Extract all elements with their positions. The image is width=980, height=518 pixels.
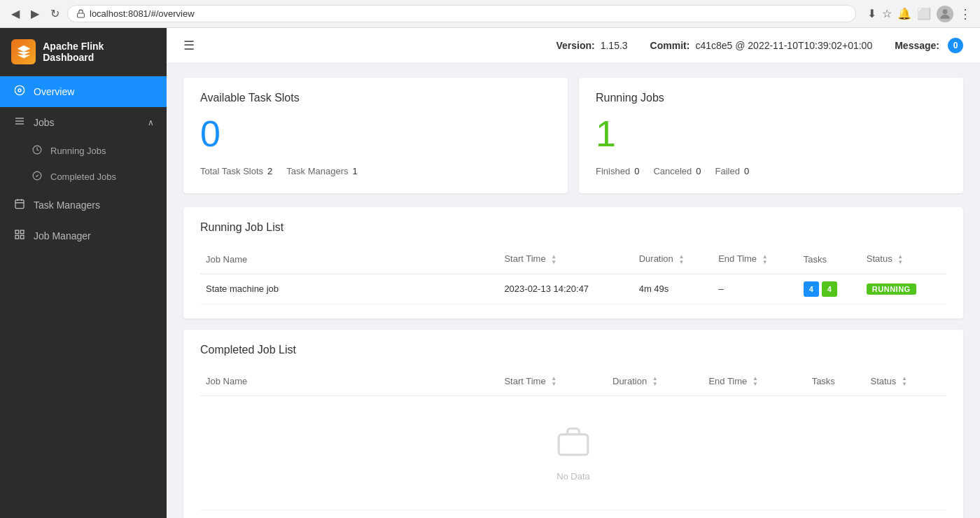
col2-job-name: Job Name [200,368,498,396]
col-end-time[interactable]: End Time ▲▼ [713,245,798,274]
download-icon[interactable]: ⬇ [867,7,876,20]
sidebar-item-overview[interactable]: Overview [0,76,167,107]
completed-job-list-title: Completed Job List [200,344,946,356]
available-task-slots-title: Available Task Slots [200,92,551,104]
url-text: localhost:8081/#/overview [90,8,195,19]
job-manager-icon [13,229,27,243]
browser-actions: ⬇ ☆ 🔔 ⬜ ⋮ [867,6,972,22]
sort-end-time-icons: ▲▼ [762,254,768,265]
sidebar-item-completed-jobs[interactable]: Completed Jobs [0,164,167,190]
sidebar-item-task-managers[interactable]: Task Managers [0,190,167,220]
content-area: Available Task Slots 0 Total Task Slots … [167,64,980,518]
failed-stat: Failed 0 [715,166,750,176]
total-task-slots-value: 2 [267,166,272,176]
running-job-table-header: Job Name Start Time ▲▼ Duration ▲▼ [200,245,946,274]
commit-value: c41c8e5 @ 2022-11-10T10:39:02+01:00 [695,40,872,51]
col-job-name: Job Name [200,245,498,274]
forward-button[interactable]: ▶ [28,7,42,21]
address-bar[interactable]: localhost:8081/#/overview [67,5,856,22]
running-jobs-stats: Finished 0 Canceled 0 Failed 0 [596,166,946,176]
hamburger-icon[interactable]: ☰ [183,38,195,53]
notifications-icon[interactable]: 🔔 [897,7,911,20]
col2-status[interactable]: Status ▲▼ [864,368,946,396]
back-button[interactable]: ◀ [8,7,22,21]
sidebar-brand: Apache Flink Dashboard [0,28,167,76]
col-start-time[interactable]: Start Time ▲▼ [498,245,633,274]
avatar[interactable] [937,6,953,22]
col2-duration[interactable]: Duration ▲▼ [607,368,703,396]
task-box-done: 4 [822,281,837,297]
top-bar: ☰ Version: 1.15.3 Commit: c41c8e5 @ 2022… [167,28,980,64]
svg-rect-13 [15,230,19,234]
cards-row: Available Task Slots 0 Total Task Slots … [183,78,963,193]
browser-bar: ◀ ▶ ↻ localhost:8081/#/overview ⬇ ☆ 🔔 ⬜ … [0,0,980,28]
no-data-text: No Data [556,471,590,482]
task-managers-stat: Task Managers 1 [286,166,357,176]
svg-rect-17 [559,435,588,455]
sort-status-icons: ▲▼ [897,254,903,265]
more-icon[interactable]: ⋮ [959,6,972,22]
no-data-container: No Data [200,396,946,510]
available-task-slots-stats: Total Task Slots 2 Task Managers 1 [200,166,551,176]
svg-point-3 [18,89,21,92]
duration-cell: 4m 49s [634,274,713,304]
col2-start-time[interactable]: Start Time ▲▼ [498,368,607,396]
running-jobs-label: Running Jobs [50,146,106,156]
app-container: Apache Flink Dashboard Overview Jobs ∧ R… [0,28,980,518]
total-task-slots-label: Total Task Slots [200,166,263,176]
message-count-badge[interactable]: 0 [948,38,963,53]
start-time-cell: 2023-02-13 14:20:47 [498,274,633,304]
brand-logo [11,39,36,64]
sort2-duration-icons: ▲▼ [652,376,658,387]
running-job-table: Job Name Start Time ▲▼ Duration ▲▼ [200,245,946,304]
svg-rect-0 [78,13,85,18]
completed-job-table-body: No Data [200,396,946,510]
reload-button[interactable]: ↻ [48,7,62,21]
sidebar-item-job-manager[interactable]: Job Manager [0,220,167,251]
overview-icon [13,85,27,99]
running-jobs-value: 1 [596,115,946,152]
version-value: 1.15.3 [601,40,628,51]
completed-jobs-label: Completed Jobs [50,172,116,182]
running-jobs-card: Running Jobs 1 Finished 0 Canceled 0 Fai… [579,78,963,193]
running-job-table-body: State machine job 2023-02-13 14:20:47 4m… [200,274,946,304]
svg-rect-14 [20,230,24,234]
completed-job-table-header: Job Name Start Time ▲▼ Duration ▲▼ [200,368,946,396]
sidebar: Apache Flink Dashboard Overview Jobs ∧ R… [0,28,167,518]
svg-rect-9 [15,200,24,209]
window-icon[interactable]: ⬜ [917,7,931,20]
table-row[interactable]: State machine job 2023-02-13 14:20:47 4m… [200,274,946,304]
task-boxes: 4 4 [804,281,855,297]
completed-job-table: Job Name Start Time ▲▼ Duration ▲▼ [200,368,946,511]
running-job-list-title: Running Job List [200,221,946,234]
finished-value: 0 [634,166,639,176]
sort-duration-icons: ▲▼ [678,254,684,265]
tasks-cell: 4 4 [798,274,861,304]
task-box-total: 4 [804,281,819,297]
col2-end-time[interactable]: End Time ▲▼ [703,368,806,396]
running-job-list-section: Running Job List Job Name Start Time ▲▼ [183,207,963,318]
task-managers-label: Task Managers [34,200,154,211]
sidebar-item-running-jobs[interactable]: Running Jobs [0,138,167,164]
available-task-slots-card: Available Task Slots 0 Total Task Slots … [183,78,568,193]
no-data-icon [556,424,591,465]
available-task-slots-value: 0 [200,115,551,152]
svg-point-1 [943,9,948,14]
sort2-start-time-icons: ▲▼ [551,376,556,387]
col-tasks: Tasks [798,245,861,274]
completed-jobs-icon [31,171,43,183]
sidebar-item-jobs[interactable]: Jobs ∧ [0,107,167,138]
star-icon[interactable]: ☆ [882,7,892,20]
job-manager-label: Job Manager [34,230,154,241]
col-status[interactable]: Status ▲▼ [861,245,946,274]
status-badge: RUNNING [867,284,916,295]
task-managers-label: Task Managers [286,166,348,176]
sort2-end-time-icons: ▲▼ [752,376,758,387]
canceled-label: Canceled [653,166,692,176]
finished-label: Finished [596,166,630,176]
svg-point-2 [15,85,24,94]
sort-start-time-icons: ▲▼ [551,254,556,265]
col-duration[interactable]: Duration ▲▼ [634,245,713,274]
running-jobs-card-title: Running Jobs [596,92,946,104]
overview-label: Overview [34,86,154,97]
